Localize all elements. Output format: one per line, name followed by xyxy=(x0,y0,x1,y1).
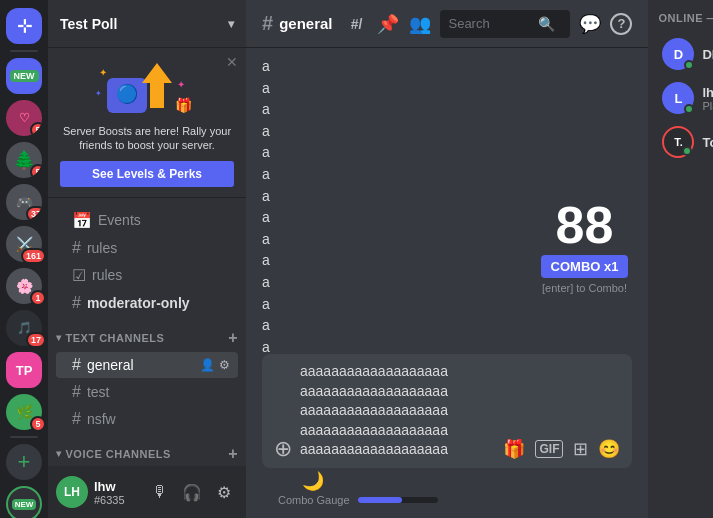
hash-icon: # xyxy=(72,356,81,374)
channel-name: Events xyxy=(98,212,141,228)
add-server-button[interactable]: + xyxy=(6,444,42,480)
boost-banner-close-button[interactable]: ✕ xyxy=(226,54,238,70)
chat-channel-name: # general xyxy=(262,12,332,35)
svg-text:✦: ✦ xyxy=(177,79,185,90)
svg-text:🔵: 🔵 xyxy=(116,83,139,105)
member-item-topgg[interactable]: T. Top.gg ✓ BOT xyxy=(658,122,713,162)
invite-icon[interactable]: 👤 xyxy=(200,358,215,372)
server-header[interactable]: Test Poll ▾ xyxy=(48,0,246,48)
help-icon[interactable]: ? xyxy=(610,13,632,35)
message-line: a xyxy=(262,294,632,316)
member-info: Top.gg ✓ BOT xyxy=(702,135,713,150)
right-panel: ONLINE — 3 D DISBOARD ✓ BOT L lhw 👑 Play… xyxy=(648,0,713,518)
inbox-icon[interactable]: 💬 xyxy=(578,12,602,36)
chat-textarea[interactable]: aaaaaaaaaaaaaaaaaaa aaaaaaaaaaaaaaaaaaa … xyxy=(300,362,495,460)
gif-icon[interactable]: GIF xyxy=(535,440,563,458)
member-info: lhw 👑 Playing / 1,344,665 servers xyxy=(702,85,713,112)
server-icon-test-poll[interactable]: NEW xyxy=(6,58,42,94)
member-name: Top.gg ✓ BOT xyxy=(702,135,713,150)
server-icon-s9[interactable]: 🌿 5 xyxy=(6,394,42,430)
apps-icon[interactable]: ⊞ xyxy=(573,438,588,460)
mute-button[interactable]: 🎙 xyxy=(146,478,174,506)
message-line: a xyxy=(262,99,632,121)
user-area: LH lhw #6335 🎙 🎧 ⚙ xyxy=(48,466,246,518)
channel-item-rules[interactable]: # rules xyxy=(56,235,238,261)
boost-button[interactable]: See Levels & Perks xyxy=(60,161,234,187)
server-icon-s7[interactable]: 🎵 17 xyxy=(6,310,42,346)
member-avatar-topgg: T. xyxy=(662,126,694,158)
server-badge: 37 xyxy=(26,206,42,220)
channel-name: moderator-only xyxy=(87,295,190,311)
member-item-lhw[interactable]: L lhw 👑 Playing / 1,344,665 servers xyxy=(658,78,713,118)
chat-messages[interactable]: a a a a a a a a a a a a a a a a a a a a … xyxy=(246,48,648,354)
category-label: VOICE CHANNELS xyxy=(66,448,171,460)
category-voice-channels[interactable]: ▾ VOICE CHANNELS + xyxy=(48,433,246,466)
channel-name: test xyxy=(87,384,110,400)
settings-icon[interactable]: ⚙ xyxy=(219,358,230,372)
online-indicator xyxy=(684,104,694,114)
user-controls: 🎙 🎧 ⚙ xyxy=(146,478,238,506)
channel-item-events[interactable]: 📅 Events xyxy=(56,207,238,234)
main-chat: # general #/ 📌 👥 🔍 💬 ? a a a a a a a a a… xyxy=(246,0,648,518)
member-name: DISBOARD ✓ BOT xyxy=(702,47,713,62)
user-settings-button[interactable]: ⚙ xyxy=(210,478,238,506)
channel-title: general xyxy=(279,15,332,32)
category-text-channels[interactable]: ▾ TEXT CHANNELS + xyxy=(48,317,246,351)
user-avatar: LH xyxy=(56,476,88,508)
svg-text:✦: ✦ xyxy=(95,89,102,98)
channel-item-moderator-only[interactable]: # moderator-only xyxy=(56,290,238,316)
server-sidebar: ⊹ NEW ♡ 5 🌲 5 🎮 37 ⚔️ 161 🌸 1 🎵 17 TP 🌿 xyxy=(0,0,48,518)
member-status: Playing / 1,344,665 servers xyxy=(702,100,713,112)
check-icon: ☑ xyxy=(72,266,86,285)
channel-name: general xyxy=(87,357,134,373)
members-icon[interactable]: 👥 xyxy=(408,12,432,36)
server-icon-new-bottom[interactable]: NEW xyxy=(6,486,42,518)
chat-header: # general #/ 📌 👥 🔍 💬 ? xyxy=(246,0,648,48)
server-icon-s3[interactable]: 🌲 5 xyxy=(6,142,42,178)
calendar-icon: 📅 xyxy=(72,211,92,230)
server-dropdown-arrow: ▾ xyxy=(228,17,234,31)
input-icons: 🎁 GIF ⊞ 😊 xyxy=(503,438,620,460)
add-channel-button[interactable]: + xyxy=(228,329,238,347)
server-icon-love[interactable]: ♡ 5 xyxy=(6,100,42,136)
server-name: Test Poll xyxy=(60,16,117,32)
channel-name: nsfw xyxy=(87,411,116,427)
deafen-button[interactable]: 🎧 xyxy=(178,478,206,506)
user-name: lhw xyxy=(94,479,140,494)
online-indicator xyxy=(682,146,692,156)
combo-number: 88 xyxy=(541,199,629,251)
user-discriminator: #6335 xyxy=(94,494,140,506)
server-badge: 161 xyxy=(21,248,46,264)
add-content-button[interactable]: ⊕ xyxy=(274,438,292,460)
threads-icon[interactable]: #/ xyxy=(344,12,368,36)
svg-text:✦: ✦ xyxy=(99,67,107,78)
hash-icon: # xyxy=(72,383,81,401)
server-icon-s5[interactable]: ⚔️ 161 xyxy=(6,226,42,262)
channel-item-rules-check[interactable]: ☑ rules xyxy=(56,262,238,289)
server-divider xyxy=(10,50,38,52)
discord-home-button[interactable]: ⊹ xyxy=(6,8,42,44)
category-arrow: ▾ xyxy=(56,448,62,459)
chat-header-icons: #/ 📌 👥 🔍 💬 ? xyxy=(344,10,632,38)
gift-icon[interactable]: 🎁 xyxy=(503,438,525,460)
search-bar[interactable]: 🔍 xyxy=(440,10,570,38)
server-icon-tp[interactable]: TP xyxy=(6,352,42,388)
pin-icon[interactable]: 📌 xyxy=(376,12,400,36)
server-badge: 1 xyxy=(30,290,46,306)
emoji-icon[interactable]: 😊 xyxy=(598,438,620,460)
channel-item-test[interactable]: # test xyxy=(56,379,238,405)
server-icon-s4[interactable]: 🎮 37 xyxy=(6,184,42,220)
category-label: TEXT CHANNELS xyxy=(66,332,165,344)
gauge-bar xyxy=(358,497,438,503)
member-name: lhw 👑 xyxy=(702,85,713,100)
add-voice-channel-button[interactable]: + xyxy=(228,445,238,463)
category-arrow: ▾ xyxy=(56,332,62,343)
svg-text:🎁: 🎁 xyxy=(175,97,193,114)
moon-emoji: 🌙 xyxy=(262,468,632,492)
channel-item-general[interactable]: # general 👤 ⚙ xyxy=(56,352,238,378)
search-input[interactable] xyxy=(448,16,538,31)
server-divider-2 xyxy=(10,436,38,438)
member-item-disboard[interactable]: D DISBOARD ✓ BOT xyxy=(658,34,713,74)
server-icon-s6[interactable]: 🌸 1 xyxy=(6,268,42,304)
channel-item-nsfw[interactable]: # nsfw xyxy=(56,406,238,432)
